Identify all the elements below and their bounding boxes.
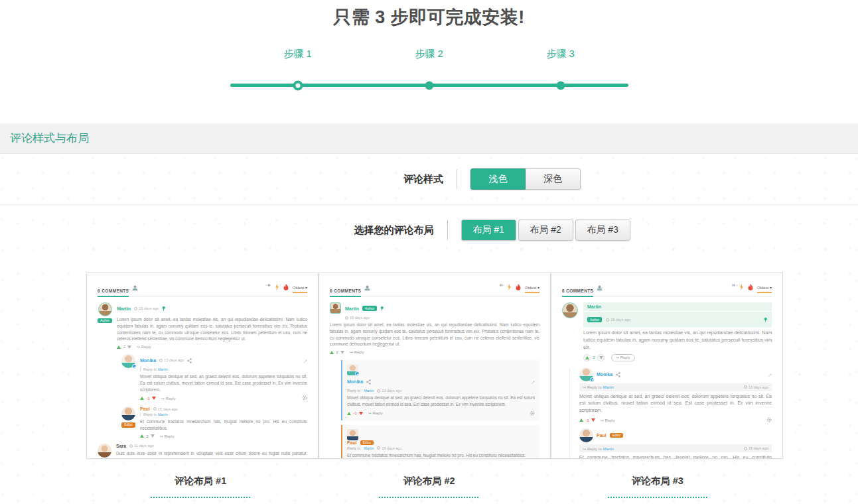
author-badge: Author	[587, 317, 602, 322]
layout-preview-3[interactable]: 6 COMMENTS “ Oldest ▾ Martin	[551, 273, 783, 459]
dislike-icon	[340, 351, 344, 354]
gear-icon	[766, 417, 772, 423]
dislike-icon	[152, 397, 156, 400]
layout-1-caption-label[interactable]: 评论布局 #1	[86, 475, 315, 487]
sort-dropdown: Oldest ▾	[525, 285, 539, 293]
commenter-name: Monika	[347, 379, 363, 384]
layout-3-button[interactable]: 布局 #3	[575, 220, 630, 241]
section-title: 评论样式与布局	[10, 131, 848, 146]
clock-icon	[744, 447, 747, 450]
dislike-icon	[127, 346, 131, 349]
comment-text: Movet obliqua denique at sed, an graeci …	[140, 373, 307, 393]
quote-icon: “	[732, 286, 735, 288]
preview-comments-header: 6 COMMENTS “ Oldest ▾	[98, 281, 307, 296]
layout-preview-1[interactable]: 6 COMMENTS “ Oldest ▾ Author	[86, 273, 319, 459]
participants-icon	[364, 281, 370, 293]
avatar	[579, 428, 593, 442]
layout-1-button[interactable]: 布局 #1	[461, 220, 516, 241]
step-1-dot[interactable]	[293, 80, 303, 90]
comment-monika: Monika 13 days ago Reply to Martin Movet…	[121, 354, 307, 401]
commenter-name: Martin	[587, 304, 601, 309]
comment-text: Et commune tractatos mnesarchum has, feu…	[579, 454, 772, 459]
avatar	[98, 302, 112, 316]
setup-stepper: 步骤 1 步骤 2 步骤 3	[230, 48, 628, 95]
step-3-dot[interactable]	[556, 81, 565, 90]
like-icon	[140, 397, 144, 400]
like-icon	[585, 356, 589, 359]
comment-layout-label: 选择您的评论布局	[354, 224, 434, 237]
step-1-label: 步骤 1	[283, 48, 312, 60]
clock-icon	[744, 385, 747, 389]
comment-text: Et commune tractatos mnesarchum has, feu…	[140, 418, 307, 432]
quote-icon: “	[267, 286, 271, 288]
layout-2-button[interactable]: 布局 #2	[518, 220, 573, 241]
sort-dropdown: Oldest ▾	[293, 285, 307, 293]
avatar	[347, 364, 358, 375]
preview-comments-header: 6 COMMENTS “ Oldest ▾	[330, 281, 539, 296]
section-header: 评论样式与布局	[0, 123, 858, 154]
divider	[447, 220, 448, 240]
lightning-icon	[507, 281, 512, 293]
preview-comments-header: 6 COMMENTS “ Oldest ▾	[562, 281, 772, 296]
flame-icon	[748, 281, 753, 293]
clock-icon	[377, 446, 380, 450]
comment-monika: Monika Reply toMartin13 days ago Movet o…	[341, 360, 539, 420]
commenter-name: Martin	[345, 306, 359, 311]
commenter-name: Paul	[347, 440, 357, 445]
commenter-name: Paul	[140, 407, 150, 411]
avatar	[121, 354, 135, 368]
share-icon	[187, 354, 192, 366]
layout-2-caption-label[interactable]: 评论布局 #2	[315, 475, 543, 487]
commenter-name: Martin	[117, 306, 131, 311]
comment-text: Lorem ipsum dolor sit amet, ea tantas mo…	[330, 322, 539, 347]
reply-arrow-icon: ↪	[137, 345, 140, 349]
caption-underline	[608, 497, 707, 498]
comment-monika: Monika ↪ Reply to Martin13 days ago Move…	[579, 367, 772, 424]
comments-count: 6 COMMENTS	[98, 288, 129, 297]
pin-icon	[764, 314, 768, 326]
comment-style-label: 评论样式	[403, 173, 443, 186]
author-badge: Author	[98, 318, 112, 323]
style-dark-button[interactable]: 深色	[526, 168, 581, 190]
style-light-button[interactable]: 浅色	[470, 168, 526, 190]
avatar	[98, 444, 111, 458]
pin-icon	[380, 302, 384, 314]
comment-text: Lorem ipsum dolor sit amet, ea tantas mo…	[583, 330, 772, 351]
divider	[457, 169, 457, 189]
clock-icon	[134, 307, 137, 310]
layout-caption-3: 评论布局 #3	[543, 475, 772, 498]
verified-icon	[590, 377, 595, 382]
attachment-icon	[768, 368, 772, 380]
comment-text: Duis aute irure dolor in reprehenderit i…	[116, 450, 307, 459]
comment-martin: Martin Author 15 days ago Lorem ipsum do…	[330, 302, 539, 354]
layout-preview-2[interactable]: 6 COMMENTS “ Oldest ▾	[319, 273, 551, 459]
style-toggle-group: 浅色 深色	[470, 168, 581, 190]
dislike-icon	[151, 434, 155, 438]
like-icon	[347, 412, 351, 415]
caption-underline	[379, 497, 478, 498]
avatar	[562, 302, 578, 318]
comment-text: Lorem ipsum dolor sit amet, ea tantas mo…	[117, 316, 307, 342]
commenter-name: Monika	[140, 358, 156, 363]
flame-icon	[516, 281, 521, 293]
comments-count: 6 COMMENTS	[330, 288, 361, 297]
comment-paul: Editor Paul 15 days ago Reply to Martin …	[121, 407, 307, 438]
layout-3-caption-label[interactable]: 评论布局 #3	[543, 475, 772, 487]
editor-badge: Editor	[610, 433, 624, 438]
flame-icon	[283, 281, 289, 293]
step-2-dot[interactable]	[425, 81, 433, 90]
step-3-label: 步骤 3	[546, 48, 575, 60]
like-icon	[579, 418, 583, 422]
like-icon	[140, 434, 144, 438]
quote-icon: “	[500, 286, 503, 288]
clock-icon	[159, 359, 163, 362]
clock-icon	[153, 407, 157, 410]
gear-icon	[302, 395, 307, 401]
caption-underline	[151, 497, 250, 498]
clock-icon	[377, 389, 380, 393]
verified-icon	[132, 364, 137, 369]
attachment-icon	[531, 375, 535, 387]
dislike-icon	[599, 356, 603, 359]
share-icon	[366, 375, 371, 387]
author-badge: Author	[362, 306, 377, 310]
